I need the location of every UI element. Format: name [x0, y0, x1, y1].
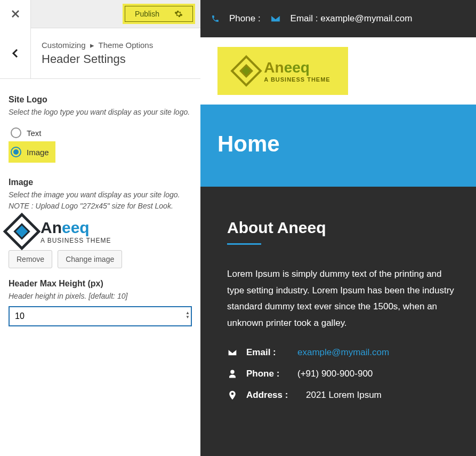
image-desc: Select the image you want display as you… [9, 189, 192, 212]
envelope-icon [227, 349, 238, 356]
spinner-down-icon[interactable]: ▼ [185, 315, 190, 319]
user-icon [227, 369, 238, 379]
top-contact-bar: Phone : Email : example@mymail.com [200, 0, 476, 37]
site-preview: Phone : Email : example@mymail.com Aneeq… [200, 0, 476, 456]
radio-text-label: Text [27, 129, 42, 138]
about-heading: About Aneeq [227, 219, 459, 237]
header-logo-strip: Aneeq A BUSINESS THEME [200, 37, 476, 105]
map-pin-icon [227, 390, 238, 401]
page-title: Header Settings [42, 52, 153, 66]
hero-title: Home [217, 131, 459, 157]
image-heading: Image [9, 178, 192, 187]
close-icon [11, 10, 20, 18]
email-label: Email : [246, 347, 289, 358]
breadcrumb: Customizing ▸ Theme Options Header Setti… [31, 41, 153, 66]
logo-preview: Aneeq A BUSINESS THEME [9, 218, 192, 245]
publish-highlight: Publish [123, 4, 195, 24]
publish-label: Publish [135, 10, 159, 18]
phone-value: (+91) 900-900-900 [297, 369, 373, 379]
contact-phone-row: Phone : (+91) 900-900-900 [227, 369, 459, 379]
site-logo-heading: Site Logo [9, 95, 192, 105]
logo-diamond-icon [3, 213, 41, 251]
hero-banner: Home [200, 105, 476, 187]
logo-brand-text: Aneeq [41, 219, 111, 237]
header-height-input[interactable] [9, 306, 192, 326]
close-button[interactable] [0, 0, 31, 28]
logo-diamond-icon [231, 55, 262, 86]
breadcrumb-separator: ▸ [90, 41, 94, 50]
about-body: Lorem Ipsum is simply dummy text of the … [227, 266, 459, 331]
radio-text-option[interactable]: Text [9, 124, 192, 141]
contact-email-row: Email : example@mymail.com [227, 347, 459, 358]
logo-tagline: A BUSINESS THEME [41, 237, 111, 244]
customizer-panel: Publish Customizing ▸ Theme Options Head… [0, 0, 200, 456]
logo-tagline: A BUSINESS THEME [264, 76, 330, 83]
remove-button[interactable]: Remove [9, 250, 52, 268]
contact-address-row: Address : 2021 Lorem Ipsum [227, 390, 459, 401]
radio-image-label: Image [27, 148, 49, 157]
publish-button[interactable]: Publish [125, 6, 193, 22]
breadcrumb-section: Theme Options [99, 41, 154, 50]
customizer-body: Site Logo Select the logo type you want … [0, 79, 200, 456]
back-button[interactable] [0, 28, 31, 79]
about-section: About Aneeq Lorem Ipsum is simply dummy … [200, 187, 476, 456]
gear-icon[interactable] [174, 10, 183, 18]
number-spinner[interactable]: ▲▼ [185, 311, 190, 319]
height-desc: Header height in pixels. [default: 10] [9, 291, 192, 302]
topbar-phone-label: Phone : [229, 13, 261, 24]
height-heading: Header Max Height (px) [9, 279, 192, 289]
site-logo-desc: Select the logo type you want display as… [9, 107, 192, 118]
customizer-topbar: Publish [0, 0, 200, 28]
address-label: Address : [246, 390, 297, 401]
radio-icon [11, 127, 21, 138]
phone-label: Phone : [246, 369, 289, 379]
envelope-icon [270, 14, 281, 23]
logo-brand-text: Aneeq [264, 59, 330, 76]
radio-image-option[interactable]: Image [9, 141, 55, 163]
chevron-left-icon [12, 49, 19, 58]
topbar-email-label: Email : example@mymail.com [291, 13, 413, 24]
breadcrumb-bar: Customizing ▸ Theme Options Header Setti… [0, 28, 200, 79]
address-value: 2021 Lorem Ipsum [306, 390, 382, 401]
email-link[interactable]: example@mymail.com [297, 347, 389, 358]
breadcrumb-root: Customizing [42, 41, 86, 50]
phone-icon [211, 14, 220, 23]
radio-icon [11, 147, 21, 157]
heading-underline [227, 243, 261, 245]
change-image-button[interactable]: Change image [58, 250, 122, 268]
site-logo[interactable]: Aneeq A BUSINESS THEME [217, 47, 348, 95]
